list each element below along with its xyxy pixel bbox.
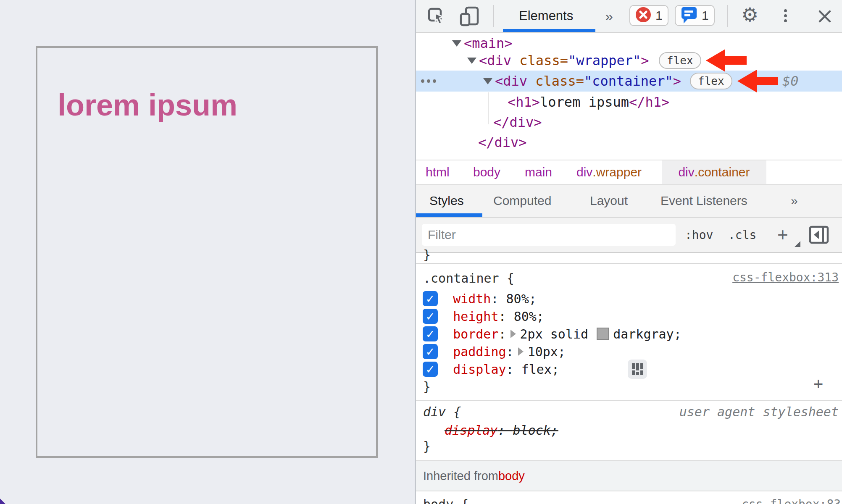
corner-artifact	[0, 499, 5, 504]
tag-div-open: <div	[495, 73, 535, 89]
h1-text: lorem ipsum	[540, 94, 629, 110]
expand-shorthand-icon[interactable]	[510, 330, 516, 338]
property-value: darkgray;	[613, 327, 681, 341]
close-devtools-icon[interactable]	[817, 9, 832, 26]
prop-row-padding[interactable]: ✓ padding:10px;	[423, 342, 566, 361]
dom-row-close-container[interactable]: </div>	[493, 112, 661, 133]
issues-badge[interactable]: 1	[675, 5, 715, 26]
property-name: display	[453, 362, 506, 377]
property-checkbox[interactable]: ✓	[423, 362, 438, 377]
property-value: flex;	[521, 362, 559, 377]
tab-styles[interactable]: Styles	[429, 185, 464, 217]
prop-row-height[interactable]: ✓ height: 80%;	[423, 307, 544, 326]
tab-computed[interactable]: Computed	[493, 185, 551, 217]
property-value: 2px solid	[520, 327, 589, 341]
new-style-rule-button[interactable]: +	[777, 218, 788, 252]
crumb-div-wrapper[interactable]: div.wrapper	[576, 160, 642, 184]
toolbar-divider	[727, 5, 728, 27]
kebab-menu-icon[interactable]	[784, 9, 787, 22]
selector-container[interactable]: .container {	[423, 269, 514, 287]
plus-icon: +	[813, 375, 823, 394]
dollar-zero-hint: $0	[782, 71, 799, 92]
selector-div-ua[interactable]: div {	[423, 402, 461, 421]
inherited-from-header: Inherited from body	[416, 460, 842, 491]
styles-filter-bar: :hov .cls +	[416, 218, 842, 253]
toolbar-divider	[493, 5, 494, 27]
filter-input[interactable]	[422, 224, 676, 246]
prop-row-border[interactable]: ✓ border:2px solid darkgray;	[423, 325, 681, 343]
inherited-label: Inherited from	[416, 469, 498, 483]
styles-tab-bar: Styles Computed Layout Event Listeners »	[416, 185, 842, 218]
crumb-body[interactable]: body	[473, 160, 500, 184]
rule-close-brace: }	[423, 377, 431, 396]
settings-gear-icon[interactable]: ⚙	[741, 3, 758, 26]
property-checkbox[interactable]: ✓	[423, 326, 438, 341]
property-checkbox[interactable]: ✓	[423, 309, 438, 324]
tab-elements[interactable]: Elements	[519, 0, 573, 32]
issue-count: 1	[702, 8, 709, 23]
add-property-button[interactable]: +	[813, 375, 823, 393]
expand-arrow-icon[interactable]	[452, 40, 461, 47]
prop-row-width[interactable]: ✓ width: 80%;	[423, 289, 537, 308]
error-badge[interactable]: 1	[629, 5, 668, 26]
indent-guide	[488, 92, 489, 124]
annotation-arrow-icon	[706, 49, 747, 72]
color-swatch[interactable]	[597, 328, 609, 340]
separator: :	[499, 327, 506, 341]
tag-div-open: <div	[479, 52, 519, 68]
attr-class: class=	[519, 52, 568, 68]
flex-editor-icon[interactable]	[567, 345, 647, 394]
stylesheet-link[interactable]: css-flexbox:834	[742, 495, 842, 504]
prop-row-display-overridden[interactable]: display: block;	[445, 421, 558, 439]
devtools-panel: Elements » 1 1 ⚙	[416, 0, 842, 504]
property-name: padding	[453, 344, 506, 359]
flex-badge[interactable]: flex	[659, 52, 701, 69]
tag-close-bracket: >	[641, 52, 649, 68]
previous-rule-close: }	[423, 245, 431, 264]
crumb-main[interactable]: main	[525, 160, 552, 184]
tab-layout[interactable]: Layout	[590, 185, 628, 217]
dropdown-corner-icon	[795, 241, 800, 247]
error-count: 1	[655, 8, 663, 23]
inherited-body-link[interactable]: body	[498, 469, 525, 483]
toggle-sidebar-icon[interactable]	[808, 224, 829, 247]
attr-value-wrapper: "wrapper"	[568, 52, 641, 68]
property-name: display	[445, 423, 497, 438]
dom-row-close-wrapper[interactable]: </div>	[478, 132, 646, 153]
rule-close-brace: }	[423, 437, 431, 455]
breadcrumb: html body main div.wrapper div.container	[416, 160, 842, 185]
tag-main: <main>	[464, 35, 513, 51]
dom-row-h1[interactable]: <h1>lorem ipsum</h1>	[508, 92, 839, 113]
crumb-div-container[interactable]: div.container	[662, 160, 766, 184]
more-actions-icon[interactable]	[421, 79, 436, 83]
active-tab-underline	[503, 29, 595, 32]
tag-close-bracket: >	[673, 73, 681, 89]
property-value: 80%;	[506, 291, 537, 306]
selector-body[interactable]: body {	[423, 495, 468, 504]
more-tabs-chevron[interactable]: »	[791, 185, 798, 217]
property-checkbox[interactable]: ✓	[423, 291, 438, 306]
tag-div-close: </div>	[478, 134, 527, 150]
stylesheet-link[interactable]: css-flexbox:313	[732, 268, 839, 286]
toggle-class-button[interactable]: .cls	[728, 218, 756, 252]
tag-h1-close: </h1>	[629, 94, 669, 110]
message-icon	[681, 5, 697, 26]
row-gutter-dots[interactable]	[421, 71, 436, 92]
inspect-element-icon[interactable]	[427, 7, 446, 28]
crumb-html[interactable]: html	[426, 160, 450, 184]
expand-arrow-icon[interactable]	[483, 78, 492, 84]
tag-h1-open: <h1>	[508, 94, 540, 110]
toggle-hover-state-button[interactable]: :hov	[685, 218, 713, 252]
container-box: lorem ipsum	[36, 46, 378, 458]
flex-badge[interactable]: flex	[690, 73, 732, 89]
more-panels-chevron[interactable]: »	[605, 0, 613, 32]
plus-icon: +	[777, 224, 788, 245]
expand-arrow-icon[interactable]	[467, 58, 476, 64]
error-icon	[635, 7, 651, 24]
expand-shorthand-icon[interactable]	[518, 347, 524, 356]
prop-row-display[interactable]: ✓ display: flex;	[423, 360, 647, 378]
dom-row-wrapper[interactable]: <div class="wrapper">	[467, 50, 841, 71]
tab-event-listeners[interactable]: Event Listeners	[660, 185, 747, 217]
property-checkbox[interactable]: ✓	[423, 344, 438, 359]
device-toolbar-icon[interactable]	[459, 6, 480, 29]
